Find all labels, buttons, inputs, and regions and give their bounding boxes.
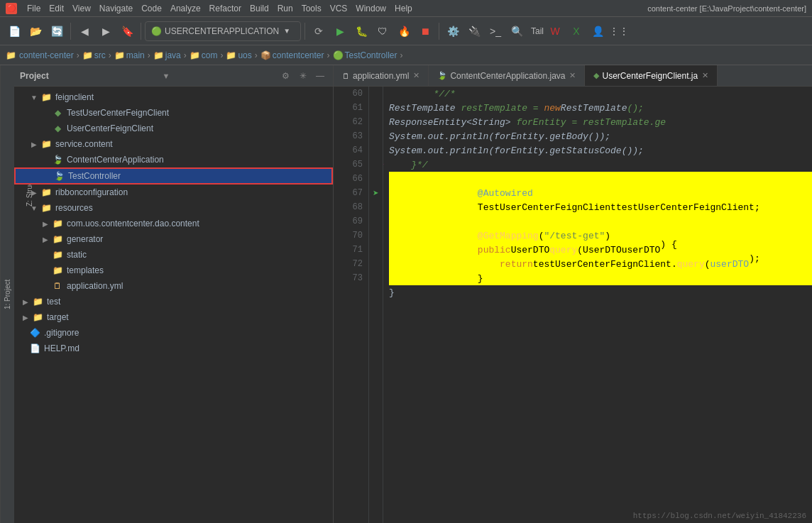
user-center-feign[interactable]: ◆ UserCenterFeignClient xyxy=(14,121,333,136)
refresh-btn[interactable]: 🔄 xyxy=(47,21,67,41)
menu-help[interactable]: Help xyxy=(390,2,417,15)
tree-item-label: templates xyxy=(67,265,104,275)
menu-window[interactable]: Window xyxy=(351,2,390,15)
terminal-btn[interactable]: >_ xyxy=(485,21,505,41)
spring-icon: 🍃 xyxy=(51,154,64,165)
templates-folder[interactable]: 📁 templates xyxy=(14,263,333,278)
breadcrumb-uos[interactable]: uos xyxy=(238,50,251,60)
test-controller[interactable]: 🍃 TestController xyxy=(14,167,333,185)
forward-btn[interactable]: ▶ xyxy=(96,21,116,41)
breadcrumb-com[interactable]: com xyxy=(202,50,218,60)
user-btn[interactable]: 👤 xyxy=(588,21,608,41)
editor-area: 🗒 application.yml ✕ 🍃 ContentCenterAppli… xyxy=(334,65,812,523)
bookmark-btn[interactable]: 🔖 xyxy=(117,21,137,41)
collapse-icon[interactable]: — xyxy=(313,69,327,83)
profile-btn[interactable]: 🔥 xyxy=(394,21,414,41)
code-editor: 60 61 62 63 64 65 66 67 68 69 70 71 72 7… xyxy=(334,87,812,523)
gutter-71 xyxy=(369,243,383,257)
window-title: content-center [E:\JavaProject\content-c… xyxy=(647,4,806,13)
line-num-68: 68 xyxy=(334,200,368,214)
project-tree: ▼ 📁 feignclient ◆ TestUserCenterFeignCli… xyxy=(14,87,333,523)
breadcrumb-main[interactable]: main xyxy=(126,50,145,60)
generator-folder[interactable]: ▶ 📁 generator xyxy=(14,231,333,247)
gutter-73 xyxy=(369,271,383,285)
menu-bar: 🔴 File Edit View Navigate Code Analyze R… xyxy=(0,0,812,17)
run-config-selector[interactable]: 🟢 USERCENTERAPPLICATION ▼ xyxy=(145,21,301,41)
breadcrumb-testcontroller[interactable]: TestController xyxy=(345,50,397,60)
tree-item-label: target xyxy=(47,312,69,322)
static-folder[interactable]: 📁 static xyxy=(14,247,333,263)
search-btn[interactable]: 🔍 xyxy=(507,21,527,41)
more-btn[interactable]: ⋮⋮ xyxy=(609,21,629,41)
service-content-folder[interactable]: ▶ 📁 service.content xyxy=(14,136,333,152)
stop-btn[interactable]: ⏹ xyxy=(415,21,435,41)
tree-item-label: com.uos.contentcenter.dao.content xyxy=(67,219,199,229)
run-coverage-btn[interactable]: 🛡 xyxy=(373,21,393,41)
menu-refactor[interactable]: Refactor xyxy=(205,2,246,15)
breadcrumb-java[interactable]: java xyxy=(165,50,181,60)
menu-analyze[interactable]: Analyze xyxy=(166,2,205,15)
tab-label: application.yml xyxy=(353,71,409,81)
open-btn[interactable]: 📂 xyxy=(26,21,45,41)
settings-btn[interactable]: ⚙️ xyxy=(443,21,463,41)
help-md-file[interactable]: 📄 HELP.md xyxy=(14,341,333,356)
tab-close-btn[interactable]: ✕ xyxy=(569,71,576,80)
gutter-60 xyxy=(369,87,383,101)
tree-item-label: feignclient xyxy=(55,92,94,102)
debug-btn[interactable]: 🐛 xyxy=(351,21,371,41)
tab-close-btn[interactable]: ✕ xyxy=(702,71,708,80)
tab-close-btn[interactable]: ✕ xyxy=(413,71,419,80)
breadcrumb-contentcenter[interactable]: contentcenter xyxy=(273,50,324,60)
gear-icon[interactable]: ⚙ xyxy=(279,69,293,83)
line-num-65: 65 xyxy=(334,158,368,172)
back-btn[interactable]: ◀ xyxy=(75,21,94,41)
application-yml-file[interactable]: 🗒 application.yml xyxy=(14,278,333,294)
menu-vcs[interactable]: VCS xyxy=(326,2,352,15)
resources-folder[interactable]: ▼ 📁 resources xyxy=(14,200,333,216)
test-user-center-feign[interactable]: ◆ TestUserCenterFeignClient xyxy=(14,105,333,121)
test-folder[interactable]: ▶ 📁 test xyxy=(14,294,333,309)
gutter-65 xyxy=(369,158,383,172)
breadcrumb-src[interactable]: src xyxy=(94,50,106,60)
breadcrumb-root[interactable]: content-center xyxy=(19,50,74,60)
ribbon-config-folder[interactable]: ▶ 📁 ribbonconfiguration xyxy=(14,185,333,200)
line-num-61: 61 xyxy=(334,101,368,115)
gitignore-file[interactable]: 🔷 .gitignore xyxy=(14,325,333,341)
new-file-btn[interactable]: 📄 xyxy=(4,21,24,41)
menu-run[interactable]: Run xyxy=(273,2,297,15)
tree-item-label: test xyxy=(47,297,60,307)
menu-edit[interactable]: Edit xyxy=(45,2,68,15)
project-panel: 1: Project Z: Structure Project ▼ ⚙ ✳ — xyxy=(0,65,334,523)
tab-content-center-app[interactable]: 🍃 ContentCenterApplication.java ✕ xyxy=(429,65,585,86)
tab-application-yml[interactable]: 🗒 application.yml ✕ xyxy=(334,65,429,86)
menu-tools[interactable]: Tools xyxy=(297,2,326,15)
menu-file[interactable]: File xyxy=(23,2,45,15)
tab-user-center-feign[interactable]: ◆ UserCenterFeignClient.ja ✕ xyxy=(585,65,718,86)
menu-code[interactable]: Code xyxy=(137,2,166,15)
tree-item-label: TestController xyxy=(68,171,121,181)
panel-dropdown[interactable]: ▼ xyxy=(162,72,170,80)
menu-navigate[interactable]: Navigate xyxy=(95,2,137,15)
target-folder[interactable]: ▶ 📁 target xyxy=(14,309,333,325)
code-line-65: }*/ xyxy=(389,158,812,172)
plugins-btn[interactable]: 🔌 xyxy=(464,21,484,41)
gutter-64 xyxy=(369,143,383,158)
menu-build[interactable]: Build xyxy=(246,2,273,15)
expand-arrow: ▶ xyxy=(40,236,51,243)
run-btn[interactable]: ▶ xyxy=(330,21,350,41)
xls-btn[interactable]: X xyxy=(566,21,586,41)
expand-arrow: ▶ xyxy=(28,141,40,148)
line-num-72: 72 xyxy=(334,257,368,271)
code-content[interactable]: *//* RestTemplate restTemplate = new Res… xyxy=(383,87,812,523)
dao-content-folder[interactable]: ▶ 📁 com.uos.contentcenter.dao.content xyxy=(14,216,333,231)
project-label[interactable]: 1: Project xyxy=(4,279,11,309)
office-btn[interactable]: W xyxy=(545,21,565,41)
tab-label: UserCenterFeignClient.ja xyxy=(602,71,698,81)
gutter-63 xyxy=(369,129,383,143)
feign-client-folder[interactable]: ▼ 📁 feignclient xyxy=(14,89,333,105)
run-relaunch-btn[interactable]: ⟳ xyxy=(309,21,329,41)
app-icon: 🔴 xyxy=(6,3,17,14)
settings-icon[interactable]: ✳ xyxy=(296,69,310,83)
menu-view[interactable]: View xyxy=(68,2,95,15)
content-center-app[interactable]: 🍃 ContentCenterApplication xyxy=(14,152,333,167)
